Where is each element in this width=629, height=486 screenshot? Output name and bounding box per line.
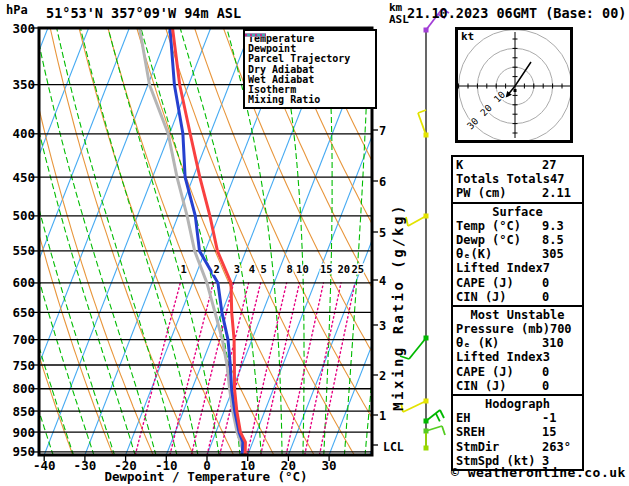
mixing-ratio-value-label: 5	[261, 263, 267, 275]
pressure-tick-label: 900	[12, 425, 35, 440]
table-row-label: Totals Totals	[456, 172, 550, 186]
table-row: Lifted Index7	[456, 261, 579, 275]
pressure-tick-label: 350	[12, 77, 35, 92]
mixing-ratio-value-label: 25	[351, 263, 364, 275]
table-row-value: 700	[550, 322, 587, 336]
table-row-label: K	[456, 158, 542, 172]
table-section-surface: SurfaceTemp (°C)9.3Dewp (°C)8.5θₑ(K)305L…	[451, 202, 584, 307]
height-axis: 7654321	[373, 124, 386, 446]
mixing-ratio-value-label: 1	[181, 263, 187, 275]
hodograph-trace	[507, 62, 531, 96]
km-tick-label: 4	[379, 274, 386, 288]
table-row: Lifted Index3	[456, 350, 579, 364]
table-row: θₑ(K)305	[456, 247, 579, 261]
pressure-axis-unit: hPa	[6, 4, 28, 17]
pressure-tick-label: 800	[12, 381, 35, 396]
datetime-title: 21.10.2023 06GMT (Base: 00)	[407, 6, 626, 20]
table-row-value: 3	[543, 350, 580, 364]
isotherm-line	[0, 27, 8, 457]
wind-barb-shaft	[409, 338, 426, 359]
mixing-ratio-value-label: 8	[286, 263, 292, 275]
pressure-tick-label: 950	[12, 444, 35, 459]
hodograph-canvas: 102030	[458, 30, 570, 140]
table-row: CAPE (J)0	[456, 365, 579, 379]
legend-item: Dry Adiabat	[248, 64, 375, 74]
table-row: Totals Totals47	[456, 172, 579, 186]
legend-item: Parcel Trajectory	[248, 54, 375, 64]
pressure-tick-label: 550	[12, 243, 35, 258]
mixing-ratio-value-label: 2	[213, 263, 219, 275]
pressure-tick-label: 850	[12, 404, 35, 419]
pressure-tick-label: 400	[12, 126, 35, 141]
table-row-value: 15	[542, 425, 579, 439]
table-row-value: 7	[543, 261, 580, 275]
table-row-value: 47	[550, 172, 587, 186]
table-row-label: Dewp (°C)	[456, 233, 542, 247]
x-axis-title: Dewpoint / Temperature (°C)	[60, 470, 352, 483]
hodograph-unit-label: kt	[461, 30, 474, 43]
table-row-label: Lifted Index	[456, 261, 543, 275]
legend-item: Dewpoint	[248, 43, 375, 53]
table-row-value: 0	[542, 276, 579, 290]
table-section-header: Most Unstable	[456, 308, 579, 322]
table-row: Pressure (mb)700	[456, 322, 579, 336]
temp-tick-label: -40	[33, 458, 56, 473]
table-row-value: 310	[542, 336, 579, 350]
sounding-profiles	[140, 28, 246, 455]
mixing-ratio-value-label: 20	[338, 263, 351, 275]
pressure-tick-label: 650	[12, 305, 35, 320]
wind-barb-shaft	[403, 401, 426, 412]
table-row-label: PW (cm)	[456, 186, 542, 200]
hodograph-panel: kt 102030	[455, 27, 573, 143]
wet-adiabat-line	[0, 16, 13, 456]
table-row: StmDir263°	[456, 440, 579, 454]
height-axis-unit: km ASL	[389, 2, 409, 25]
dry-adiabat-line	[0, 16, 73, 456]
dry-adiabat-line	[76, 16, 234, 456]
mixing-ratio-line	[170, 283, 213, 455]
table-row-label: SREH	[456, 425, 542, 439]
pressure-tick-label: 300	[12, 21, 35, 36]
km-tick-label: 2	[379, 369, 386, 383]
wet-adiabat-line	[105, 16, 219, 456]
table-row: Temp (°C)9.3	[456, 219, 579, 233]
wind-barb-tick	[442, 426, 445, 435]
table-row: EH-1	[456, 411, 579, 425]
table-row-value: 0	[542, 290, 579, 304]
legend-box: TemperatureDewpointParcel TrajectoryDry …	[243, 29, 377, 109]
wind-barb-shaft	[408, 216, 426, 226]
wind-barb-tick	[418, 110, 426, 113]
table-row-label: Lifted Index	[456, 350, 543, 364]
mixing-ratio-value-label: 4	[249, 263, 255, 275]
table-section-most-unstable: Most UnstablePressure (mb)700θₑ (K)310Li…	[451, 305, 584, 396]
mixing-ratio-value-label: 3	[234, 263, 240, 275]
table-row-value: 305	[542, 247, 579, 261]
table-row-label: CIN (J)	[456, 379, 542, 393]
table-row: PW (cm)2.11	[456, 186, 579, 200]
legend-label: Mixing Ratio	[248, 94, 320, 105]
legend-item: Mixing Ratio	[248, 95, 375, 105]
table-row-label: CAPE (J)	[456, 365, 542, 379]
legend-item: Temperature	[248, 33, 375, 43]
hodograph-storm-motion-dot	[514, 89, 517, 92]
mixing-ratio-line	[305, 283, 341, 455]
km-tick-label: 7	[379, 124, 386, 138]
wet-adiabat-line	[54, 16, 177, 456]
table-section-hodograph: HodographEH-1SREH15StmDir263°StmSpd (kt)…	[451, 394, 584, 471]
copyright-text: © weatheronline.co.uk	[451, 466, 626, 480]
wind-barb-tick	[436, 413, 440, 421]
table-row: SREH15	[456, 425, 579, 439]
table-row-label: θₑ(K)	[456, 247, 542, 261]
table-row-label: θₑ (K)	[456, 336, 542, 350]
wind-barbs	[400, 9, 449, 451]
table-row: K27	[456, 158, 579, 172]
table-section: K27Totals Totals47PW (cm)2.11	[451, 155, 584, 204]
km-tick-label: 1	[379, 409, 386, 423]
table-row: CAPE (J)0	[456, 276, 579, 290]
pressure-tick-label: 500	[12, 208, 35, 223]
pressure-tick-label: 600	[12, 275, 35, 290]
km-tick-label: 3	[379, 319, 386, 333]
legend-item: Isotherm	[248, 84, 375, 94]
mixing-ratio-axis-label: Mixing Ratio (g/kg)	[391, 194, 406, 420]
table-row-label: StmDir	[456, 440, 542, 454]
